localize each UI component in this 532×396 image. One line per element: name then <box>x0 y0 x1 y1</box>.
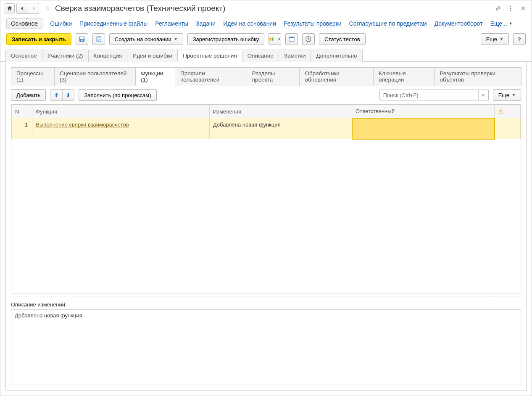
tab-project-decisions[interactable]: Проектные решения <box>177 50 242 62</box>
cell-warning <box>495 118 521 139</box>
more-button[interactable]: Еще ▼ <box>481 33 509 45</box>
tab-functions[interactable]: Функции (1) <box>135 67 175 86</box>
arrow-right-icon <box>30 5 37 12</box>
warning-icon: ⚠ <box>498 108 503 115</box>
navlink-tasks[interactable]: Задачи <box>196 20 216 27</box>
save-button[interactable] <box>76 33 88 45</box>
svg-rect-4 <box>80 37 84 39</box>
tab-concept[interactable]: Концепция <box>88 50 128 62</box>
close-button[interactable] <box>519 3 527 13</box>
add-button[interactable]: Добавить <box>11 89 46 101</box>
compare-button[interactable]: ▼ <box>269 33 281 45</box>
tab-description[interactable]: Описание <box>242 50 279 62</box>
tab-key-operations[interactable]: Ключевые операции <box>373 67 435 86</box>
link-icon <box>495 5 501 12</box>
history-button[interactable] <box>302 33 315 45</box>
tests-status-button[interactable]: Статус тестов <box>319 33 365 45</box>
save-close-button[interactable]: Записать и закрыть <box>6 33 71 45</box>
chevron-down-icon: ▼ <box>174 37 178 41</box>
col-n[interactable]: N <box>12 105 32 118</box>
tab-additional[interactable]: Дополнительно <box>311 50 362 62</box>
search-input[interactable] <box>380 90 478 100</box>
navlink-regulations[interactable]: Регламенты <box>155 20 188 27</box>
navlink-approvers[interactable]: Согласующие по предметам <box>349 20 427 27</box>
navlink-files[interactable]: Присоединенные файлы <box>79 20 147 27</box>
col-responsible[interactable]: Ответственный <box>352 105 495 118</box>
cell-responsible[interactable] <box>352 118 495 139</box>
forward-button[interactable] <box>28 3 39 13</box>
svg-rect-10 <box>289 37 294 38</box>
create-based-button[interactable]: Создать на основании ▼ <box>109 33 183 45</box>
navlink-active[interactable]: Основное <box>6 18 42 29</box>
tab-ideas-errors[interactable]: Идеи и ошибки <box>127 50 178 62</box>
kebab-menu-button[interactable] <box>506 3 515 13</box>
calendar-icon <box>288 36 295 42</box>
navlink-ideas[interactable]: Идеи на основании <box>223 20 276 27</box>
tab-object-check-results[interactable]: Результаты проверки объектов <box>434 67 521 86</box>
chevron-down-icon: ▼ <box>512 93 516 97</box>
content-panel: Процессы (1) Сценарии пользователей (3) … <box>5 62 527 391</box>
navlink-docflow[interactable]: Документооборот <box>435 20 483 27</box>
home-button[interactable] <box>5 3 15 13</box>
table-header-row: N Функция Изменения Ответственный ⚠ <box>12 105 521 118</box>
tab-update-handlers[interactable]: Обработчики обновления <box>299 67 374 86</box>
titlebar-right <box>494 3 527 13</box>
inner-more-button[interactable]: Еще ▼ <box>493 89 521 101</box>
table-row[interactable]: 1 Выполнение сверки взаиморасчетов Добав… <box>12 118 521 139</box>
inner-more-label: Еще <box>498 92 509 98</box>
main-tabstrip: Основное Участники (2) Концепция Идеи и … <box>0 49 532 62</box>
svg-point-2 <box>510 10 511 11</box>
functions-toolbar-right: × Еще ▼ <box>379 89 521 101</box>
report-button[interactable] <box>92 33 105 45</box>
move-up-button[interactable]: ⬆ <box>50 90 62 100</box>
page-title: Сверка взаиморасчетов (Технический проек… <box>55 4 225 13</box>
fill-by-processes-button[interactable]: Заполнить (по процессам) <box>79 89 156 101</box>
tab-processes[interactable]: Процессы (1) <box>11 67 55 86</box>
svg-rect-7 <box>270 37 271 41</box>
favorite-star-icon[interactable]: ☆ <box>44 4 51 13</box>
move-group: ⬆ ⬇ <box>50 89 74 101</box>
move-down-button[interactable]: ⬇ <box>62 90 74 100</box>
compare-icon <box>269 36 274 42</box>
description-text: Добавлена новая функция <box>15 312 82 319</box>
cell-n: 1 <box>12 118 32 139</box>
col-warning[interactable]: ⚠ <box>495 105 521 118</box>
functions-table: N Функция Изменения Ответственный ⚠ 1 Вы… <box>11 105 521 140</box>
splitter[interactable] <box>11 296 521 296</box>
link-button[interactable] <box>494 3 502 13</box>
nav-history-group <box>16 3 39 14</box>
clock-icon <box>305 36 312 42</box>
description-label: Описание изменений: <box>11 301 521 308</box>
functions-toolbar: Добавить ⬆ ⬇ Заполнить (по процессам) × … <box>11 86 521 104</box>
calendar-button[interactable] <box>285 33 298 45</box>
more-label: Еще <box>486 36 497 42</box>
main-toolbar: Записать и закрыть Создать на основании … <box>0 33 532 49</box>
back-button[interactable] <box>17 3 28 13</box>
search-clear-button[interactable]: × <box>478 90 488 100</box>
col-changes[interactable]: Изменения <box>209 105 352 118</box>
navlink-more-label: Еще... <box>490 20 507 27</box>
inner-tabstrip: Процессы (1) Сценарии пользователей (3) … <box>11 67 521 86</box>
description-textarea[interactable]: Добавлена новая функция <box>11 309 521 385</box>
col-function[interactable]: Функция <box>32 105 209 118</box>
create-based-label: Создать на основании <box>115 36 171 42</box>
document-icon <box>95 36 102 42</box>
function-link[interactable]: Выполнение сверки взаиморасчетов <box>36 121 129 128</box>
tab-user-scenarios[interactable]: Сценарии пользователей (3) <box>54 67 136 86</box>
tab-participants[interactable]: Участники (2) <box>42 50 89 62</box>
svg-rect-5 <box>81 40 83 41</box>
arrow-down-icon: ⬇ <box>66 92 71 98</box>
register-error-button[interactable]: Зарегистрировать ошибку <box>187 33 265 45</box>
svg-point-1 <box>510 8 511 9</box>
navlink-more[interactable]: Еще... ▼ <box>490 20 513 27</box>
navlink-errors[interactable]: Ошибки <box>50 20 72 27</box>
chevron-down-icon: ▼ <box>277 37 281 41</box>
help-button[interactable]: ? <box>513 33 526 45</box>
tab-notes[interactable]: Заметки <box>279 50 311 62</box>
tab-project-sections[interactable]: Разделы проекта <box>247 67 300 86</box>
tab-main[interactable]: Основное <box>5 50 42 62</box>
close-icon <box>520 5 527 12</box>
functions-table-wrap[interactable]: N Функция Изменения Ответственный ⚠ 1 Вы… <box>11 104 521 293</box>
navlink-check-results[interactable]: Результаты проверки <box>284 20 342 27</box>
tab-user-profiles[interactable]: Профили пользователей <box>175 67 247 86</box>
